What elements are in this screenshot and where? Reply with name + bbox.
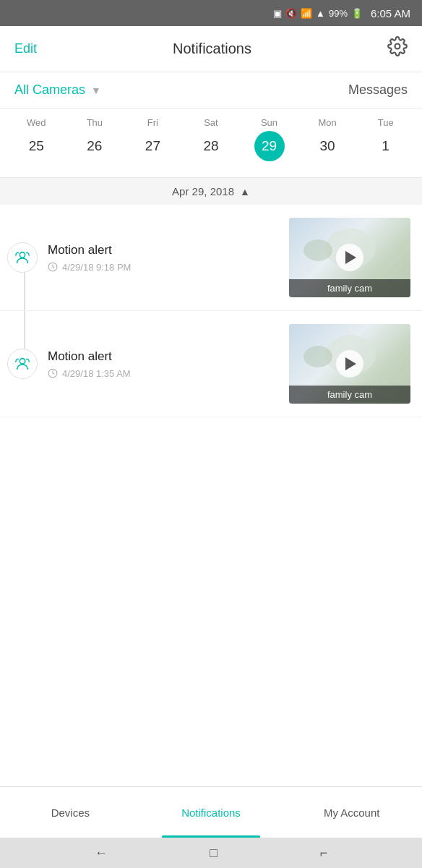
wifi-icon: 📶 bbox=[301, 8, 312, 19]
clock-icon bbox=[48, 368, 58, 378]
status-bar: ▣ 🔇 📶 ▲ 99% 🔋 6:05 AM bbox=[0, 0, 422, 26]
calendar-day[interactable]: Sun 29 bbox=[248, 117, 291, 161]
day-name: Tue bbox=[378, 117, 394, 128]
calendar-day[interactable]: Thu 26 bbox=[73, 117, 116, 161]
calendar-day[interactable]: Tue 1 bbox=[364, 117, 408, 161]
calendar-day[interactable]: Fri 27 bbox=[131, 117, 174, 161]
calendar-day[interactable]: Mon 30 bbox=[306, 117, 349, 161]
day-name: Sat bbox=[204, 117, 218, 128]
day-number: 26 bbox=[79, 131, 110, 161]
home-button[interactable]: □ bbox=[210, 846, 218, 861]
page-title: Notifications bbox=[173, 41, 251, 57]
nav-tab-my-account[interactable]: My Account bbox=[281, 787, 422, 838]
calendar-day[interactable]: Sat 28 bbox=[189, 117, 233, 161]
play-button[interactable] bbox=[336, 244, 363, 271]
day-name: Thu bbox=[87, 117, 103, 128]
svg-point-0 bbox=[395, 44, 400, 49]
notification-time: 4/29/18 1:35 AM bbox=[62, 368, 131, 379]
notification-item[interactable]: Motion alert 4/29/18 1:35 AM family cam bbox=[0, 311, 422, 417]
recent-apps-button[interactable]: ⌐ bbox=[320, 846, 328, 861]
settings-button[interactable] bbox=[387, 36, 408, 61]
svg-point-3 bbox=[20, 359, 25, 364]
day-name: Mon bbox=[318, 117, 336, 128]
camera-filter-label: All Cameras bbox=[14, 82, 85, 98]
calendar-day[interactable]: Wed 25 bbox=[14, 117, 58, 161]
day-number: 28 bbox=[196, 131, 226, 161]
day-number: 30 bbox=[312, 131, 343, 161]
nav-tab-label: My Account bbox=[324, 807, 380, 819]
day-number: 1 bbox=[371, 131, 401, 161]
nav-tab-notifications[interactable]: Notifications bbox=[141, 787, 282, 838]
mute-icon: 🔇 bbox=[285, 8, 297, 19]
header: Edit Notifications bbox=[0, 26, 422, 72]
notification-content: Motion alert 4/29/18 1:35 AM bbox=[48, 349, 280, 379]
selected-date-label: Apr 29, 2018 bbox=[172, 185, 234, 197]
date-arrow-icon: ▲ bbox=[240, 186, 250, 197]
notification-item[interactable]: Motion alert 4/29/18 9:18 PM family cam bbox=[0, 205, 422, 311]
motion-alert-icon bbox=[14, 250, 30, 265]
clock-icon bbox=[48, 262, 58, 272]
camera-name-label: family cam bbox=[289, 386, 410, 404]
nav-tab-label: Notifications bbox=[181, 807, 241, 819]
camera-filter[interactable]: All Cameras ▼ bbox=[14, 82, 101, 98]
notification-title: Motion alert bbox=[48, 243, 280, 258]
notification-thumbnail[interactable]: family cam bbox=[289, 324, 410, 404]
sim-icon: ▣ bbox=[273, 8, 282, 19]
chevron-down-icon: ▼ bbox=[91, 85, 101, 96]
battery-icon: 🔋 bbox=[351, 8, 363, 19]
svg-point-1 bbox=[20, 252, 25, 258]
play-button[interactable] bbox=[336, 350, 363, 378]
date-label-row[interactable]: Apr 29, 2018 ▲ bbox=[0, 178, 422, 205]
nav-tab-devices[interactable]: Devices bbox=[0, 787, 141, 838]
day-number: 29 bbox=[254, 131, 285, 161]
day-name: Sun bbox=[261, 117, 277, 128]
back-button[interactable]: ← bbox=[95, 846, 108, 861]
thumbnail-blob2 bbox=[303, 239, 332, 261]
notification-time: 4/29/18 9:18 PM bbox=[62, 262, 131, 273]
status-icons: ▣ 🔇 📶 ▲ 99% 🔋 6:05 AM bbox=[273, 7, 410, 20]
camera-name-label: family cam bbox=[289, 279, 410, 297]
filter-row: All Cameras ▼ Messages bbox=[0, 72, 422, 109]
day-number: 25 bbox=[21, 131, 51, 161]
play-icon bbox=[345, 357, 356, 370]
nav-tabs: DevicesNotificationsMy Account bbox=[0, 787, 422, 838]
notification-title: Motion alert bbox=[48, 349, 280, 364]
calendar-strip: Wed 25 Thu 26 Fri 27 Sat 28 Sun 29 Mon 3… bbox=[0, 109, 422, 178]
system-nav-bar: ← □ ⌐ bbox=[0, 838, 422, 868]
notification-time-row: 4/29/18 1:35 AM bbox=[48, 368, 280, 379]
play-icon bbox=[345, 251, 356, 264]
gear-icon bbox=[387, 36, 408, 56]
thumbnail-blob2 bbox=[303, 346, 332, 367]
notification-icon-wrap bbox=[7, 349, 38, 379]
content-spacer bbox=[0, 432, 422, 634]
motion-alert-icon bbox=[14, 356, 30, 372]
day-number: 27 bbox=[137, 131, 168, 161]
status-time: 6:05 AM bbox=[371, 7, 410, 20]
notification-list: Motion alert 4/29/18 9:18 PM family cam bbox=[0, 205, 422, 432]
notification-content: Motion alert 4/29/18 9:18 PM bbox=[48, 243, 280, 273]
messages-tab[interactable]: Messages bbox=[348, 82, 408, 98]
day-name: Fri bbox=[147, 117, 158, 128]
day-name: Wed bbox=[27, 117, 46, 128]
notification-icon-wrap bbox=[7, 242, 38, 273]
bottom-nav: DevicesNotificationsMy Account ← □ ⌐ bbox=[0, 786, 422, 868]
nav-tab-label: Devices bbox=[51, 807, 90, 819]
notification-time-row: 4/29/18 9:18 PM bbox=[48, 262, 280, 273]
battery-pct: 99% bbox=[329, 8, 348, 19]
signal-icon: ▲ bbox=[316, 8, 325, 19]
notification-thumbnail[interactable]: family cam bbox=[289, 218, 410, 297]
days-row: Wed 25 Thu 26 Fri 27 Sat 28 Sun 29 Mon 3… bbox=[7, 117, 415, 161]
edit-button[interactable]: Edit bbox=[14, 41, 37, 56]
